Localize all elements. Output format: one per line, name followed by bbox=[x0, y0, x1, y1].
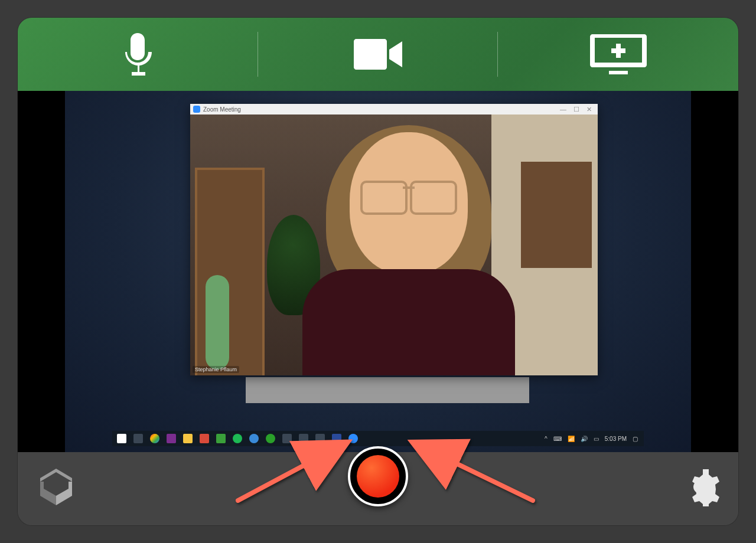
settings-button[interactable] bbox=[677, 464, 723, 510]
modes-bar bbox=[18, 18, 738, 91]
battery-icon: ▭ bbox=[594, 436, 599, 442]
calendar-icon bbox=[200, 434, 209, 443]
spotify-icon bbox=[233, 434, 242, 443]
windows-taskbar: ^ ⌨ 📶 🔊 ▭ 5:03 PM ▢ bbox=[112, 431, 644, 446]
edge-icon bbox=[249, 434, 259, 443]
zoom-taskbar-icon bbox=[348, 434, 358, 443]
close-icon: ✕ bbox=[586, 106, 592, 113]
zoom-icon bbox=[193, 106, 200, 113]
captured-desktop: Zoom Meeting — ☐ ✕ bbox=[65, 91, 691, 452]
start-icon bbox=[117, 434, 126, 443]
chrome-icon bbox=[150, 434, 159, 443]
mode-tab-audio[interactable] bbox=[18, 18, 258, 91]
volume-icon: 🔊 bbox=[581, 436, 588, 442]
mode-tab-video[interactable] bbox=[258, 18, 498, 91]
onenote-icon bbox=[167, 434, 176, 443]
zoom-title-text: Zoom Meeting bbox=[203, 106, 241, 113]
taskbar-left-icons bbox=[112, 434, 358, 443]
minimize-icon: — bbox=[560, 106, 566, 113]
recorder-app-window: Zoom Meeting — ☐ ✕ bbox=[18, 18, 738, 525]
zoom-meeting-window: Zoom Meeting — ☐ ✕ bbox=[190, 104, 598, 375]
svg-line-0 bbox=[238, 444, 344, 501]
taskview-icon bbox=[133, 434, 143, 443]
app3-icon bbox=[299, 434, 308, 443]
video-feed: Stephanie Pflaum bbox=[190, 115, 598, 375]
gear-icon bbox=[680, 467, 719, 506]
notifications-icon: ▢ bbox=[633, 436, 638, 442]
app-icon bbox=[266, 434, 275, 443]
app2-icon bbox=[282, 434, 292, 443]
explorer-icon bbox=[183, 434, 193, 443]
snip-icon bbox=[216, 434, 226, 443]
taskbar-right: ^ ⌨ 📶 🔊 ▭ 5:03 PM ▢ bbox=[545, 436, 644, 442]
panopto-logo-icon bbox=[33, 464, 79, 510]
keyboard-icon: ⌨ bbox=[553, 436, 562, 442]
participant-name-tag: Stephanie Pflaum bbox=[193, 366, 239, 373]
camera-icon bbox=[351, 38, 405, 71]
photoshop-icon bbox=[332, 434, 341, 443]
app-window-shadow bbox=[246, 377, 529, 403]
record-button[interactable] bbox=[348, 446, 408, 506]
maximize-icon: ☐ bbox=[573, 106, 579, 113]
zoom-title-bar: Zoom Meeting — ☐ ✕ bbox=[190, 104, 598, 115]
app4-icon bbox=[315, 434, 325, 443]
record-icon bbox=[357, 455, 399, 498]
taskbar-clock: 5:03 PM bbox=[605, 436, 627, 442]
mode-tab-screen[interactable] bbox=[498, 18, 738, 91]
window-controls: — ☐ ✕ bbox=[560, 106, 598, 113]
tray-expand-icon: ^ bbox=[545, 436, 548, 442]
svg-line-1 bbox=[416, 444, 533, 501]
screen-share-icon bbox=[589, 33, 648, 76]
wifi-icon: 📶 bbox=[568, 436, 575, 442]
capture-preview-area: Zoom Meeting — ☐ ✕ bbox=[18, 91, 738, 452]
app-logo-button[interactable] bbox=[33, 464, 79, 510]
microphone-icon bbox=[120, 31, 155, 78]
footer-bar bbox=[18, 452, 738, 525]
